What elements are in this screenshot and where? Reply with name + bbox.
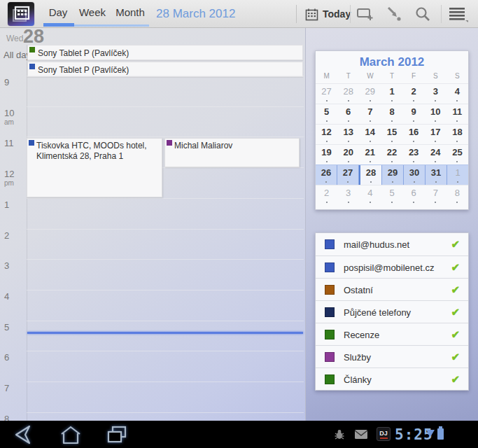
all-day-event[interactable]: Sony Tablet P (Pavlíček)	[27, 62, 303, 77]
event-title: Sony Tablet P (Pavlíček)	[38, 65, 129, 75]
mini-calendar-day[interactable]: 6	[337, 104, 359, 124]
today-button[interactable]: Today	[300, 0, 356, 28]
mini-calendar-day[interactable]: 16	[403, 125, 425, 144]
event-color-marker	[167, 140, 172, 146]
mini-calendar-week-row: 567891011	[316, 104, 468, 124]
grid-line	[27, 290, 304, 290]
mini-calendar-day[interactable]: 31	[426, 165, 447, 185]
calendar-visible-check-icon[interactable]: ✔	[451, 328, 460, 341]
calendar-list-row[interactable]: pospisil@mobilenet.cz✔	[316, 255, 468, 278]
mini-calendar-day[interactable]: 21	[359, 145, 381, 164]
calendar-color-swatch	[325, 285, 335, 295]
current-time-line	[27, 332, 303, 334]
mini-calendar-day[interactable]: 26	[316, 165, 337, 185]
calendar-visible-check-icon[interactable]: ✔	[451, 306, 460, 318]
mini-calendar-day[interactable]: 29	[382, 165, 404, 185]
battery-icon	[437, 428, 444, 440]
mini-calendar-day[interactable]: 3	[337, 186, 359, 205]
mini-calendar-week-row: 12131415161718	[316, 124, 468, 144]
calendar-name: Ostatní	[344, 285, 373, 295]
mini-calendar-day[interactable]: 13	[337, 125, 359, 144]
event-dot	[435, 202, 436, 203]
arrow-select-button[interactable]	[382, 0, 407, 28]
mini-calendar-day[interactable]: 5	[381, 186, 402, 205]
mini-calendar-day[interactable]: 8	[447, 186, 468, 205]
calendar-list-row[interactable]: Recenze✔	[316, 323, 468, 345]
weekday-header: F	[403, 72, 425, 83]
overflow-menu-button[interactable]	[445, 0, 470, 28]
mini-calendar-day[interactable]: 8	[381, 104, 402, 124]
hour-label: 9	[4, 78, 25, 87]
mini-calendar-day[interactable]: 6	[403, 186, 425, 205]
event-dot	[348, 100, 349, 102]
event-dot	[413, 120, 414, 122]
mini-calendar-day[interactable]: 3	[425, 84, 447, 104]
mini-calendar-day[interactable]: 23	[403, 145, 425, 164]
mini-calendar-day[interactable]: 7	[359, 104, 381, 124]
back-button[interactable]	[8, 424, 43, 446]
mini-calendar-day[interactable]: 7	[425, 186, 447, 205]
mini-calendar-day[interactable]: 17	[425, 125, 447, 144]
mini-calendar-day[interactable]: 2	[403, 84, 425, 104]
calendar-list-row[interactable]: Ostatní✔	[316, 278, 468, 300]
tab-day[interactable]: Day	[42, 0, 74, 23]
calendar-list-row[interactable]: mail@hudus.net✔	[316, 233, 468, 255]
day-view-grid[interactable]: Wed 28 All day Sony Tablet P (Pavlíček) …	[0, 28, 306, 421]
event-block-tiskovka[interactable]: Tiskovka HTC, MOODs hotel, Klimentská 28…	[27, 138, 162, 197]
calendar-list-row[interactable]: Články✔	[316, 368, 468, 390]
mini-calendar-day[interactable]: 11	[447, 104, 468, 124]
home-button[interactable]	[55, 424, 90, 446]
calendar-visible-check-icon[interactable]: ✔	[451, 284, 460, 296]
mini-calendar-day[interactable]: 22	[381, 145, 402, 164]
event-dot	[413, 202, 414, 203]
day-number: 27	[337, 167, 358, 178]
tab-week[interactable]: Week	[74, 0, 111, 23]
calendar-visible-check-icon[interactable]: ✔	[451, 238, 460, 251]
search-button[interactable]	[410, 0, 435, 28]
event-dot	[326, 202, 328, 203]
event-dot	[348, 120, 349, 122]
calendar-list-row[interactable]: Půjčené telefony✔	[316, 300, 468, 323]
calendar-visible-check-icon[interactable]: ✔	[451, 351, 460, 363]
mini-calendar-day[interactable]: 30	[404, 165, 426, 185]
calendar-glyph-icon	[11, 5, 31, 23]
all-day-event[interactable]: Sony Tablet P (Pavlíček)	[27, 45, 303, 60]
mini-calendar-day[interactable]: 15	[381, 125, 402, 144]
mini-calendar-day-selected[interactable]: 28	[359, 165, 382, 185]
mini-calendar[interactable]: March 2012 MTWTFSS 272829123456789101112…	[315, 50, 469, 210]
calendar-visible-check-icon[interactable]: ✔	[451, 373, 460, 386]
mini-calendar-day[interactable]: 20	[337, 145, 359, 164]
calendar-visible-check-icon[interactable]: ✔	[451, 261, 460, 274]
mini-calendar-day[interactable]: 9	[403, 104, 425, 124]
mini-calendar-day[interactable]: 27	[316, 84, 337, 104]
mini-calendar-day[interactable]: 12	[316, 125, 337, 144]
mini-calendar-day[interactable]: 28	[337, 84, 359, 104]
mini-calendar-day[interactable]: 10	[425, 104, 447, 124]
mini-calendar-day[interactable]: 27	[337, 165, 359, 185]
mini-calendar-day[interactable]: 1	[381, 84, 402, 104]
back-icon	[8, 424, 41, 446]
tab-month[interactable]: Month	[111, 0, 150, 23]
mini-calendar-day[interactable]: 29	[359, 84, 381, 104]
new-event-button[interactable]	[353, 0, 378, 28]
weekday-header: S	[425, 72, 447, 83]
mini-calendar-day[interactable]: 1	[447, 165, 468, 185]
mini-calendar-day[interactable]: 4	[447, 84, 468, 104]
mini-calendar-day[interactable]: 2	[316, 186, 337, 205]
mini-calendar-day[interactable]: 25	[447, 145, 468, 164]
mini-calendar-day[interactable]: 5	[316, 104, 337, 124]
mini-calendar-day[interactable]: 24	[425, 145, 447, 164]
calendar-list-row[interactable]: Služby✔	[316, 345, 468, 368]
mini-calendar-day[interactable]: 18	[447, 125, 468, 144]
calendar-name: Půjčené telefony	[344, 307, 411, 318]
calendar-app-icon[interactable]	[8, 2, 34, 26]
event-block-maliarov[interactable]: Michal Maliarov	[164, 138, 300, 167]
mini-calendar-day[interactable]: 14	[359, 125, 381, 144]
day-number: 25	[447, 147, 468, 158]
event-dot	[348, 202, 349, 203]
recents-button[interactable]	[101, 424, 136, 446]
hour-label: 4	[4, 292, 25, 301]
mini-calendar-day[interactable]: 4	[359, 186, 381, 205]
day-number: 27	[316, 86, 337, 97]
mini-calendar-day[interactable]: 19	[316, 145, 337, 164]
